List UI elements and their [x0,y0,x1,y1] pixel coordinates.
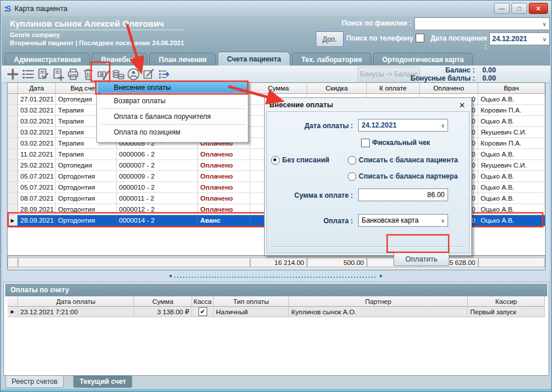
tab-tekh-laboratoriya[interactable]: Тех. лаборатория [292,53,371,66]
cell-status: Оплачено [198,160,250,171]
tab-ortodonticheskaya-karta[interactable]: Ортодонтическая карта [373,53,473,66]
column-header-paid[interactable]: Оплачено [420,83,478,94]
minimize-icon: — [499,6,505,12]
payment-date-select[interactable]: 24.12.2021 ∨ [358,119,448,132]
column-header-discount[interactable]: Скидка [307,83,367,94]
amount-input[interactable]: 86.00 [358,188,448,201]
cell-number: 0000011 - 2 [117,193,198,204]
positions-icon [157,67,171,81]
restore-button[interactable]: □ [511,3,527,14]
collapse-down-icon[interactable]: ▼ [168,274,173,279]
column-header-date[interactable]: Дата [18,83,56,94]
payments-column-header-amount[interactable]: Сумма [134,296,192,307]
patient-card-tabs: АдминистративнаяВрачебнаяПлан леченияСче… [2,52,550,66]
add-button[interactable] [5,67,20,82]
delete-button[interactable] [81,67,96,82]
footer-tab-reestr-schetov[interactable]: Реестр счетов [5,376,64,388]
cell-number: 0000014 - 2 [117,215,198,226]
partner-balance-radio[interactable] [348,172,356,181]
pay-button[interactable]: Оплатить [394,252,449,266]
payment-cell-kassa: ✔ [192,307,214,317]
tab-scheta-patsienta[interactable]: Счета пациента [218,52,290,66]
patient-balance-radio[interactable] [348,156,356,165]
cell-doctor: Оцько А.В. [478,171,545,182]
cell-sel [8,94,18,105]
payments-panel: Оплаты по счету Дата оплатыСуммаКассаТип… [3,282,549,376]
cell-doctor: Оцько А.В. [478,204,545,215]
add-icon [6,67,20,81]
payments-column-header-type[interactable]: Тип оплаты [214,296,289,307]
payment-cell-sel: ▶ [8,307,18,317]
tab-vrachebnaya[interactable]: Врачебная [92,53,147,66]
payment-date-value: 24.12.2021 [359,121,438,129]
menu-separator [100,108,246,109]
cell-status: Аванс [198,215,250,226]
footer-tab-tekushchiy-schet[interactable]: Текущий счет [73,376,132,388]
partner-balance-label: Списать с баланса партнера [359,172,458,180]
close-button[interactable]: × [529,3,548,14]
payment-type-select[interactable]: Банковская карта ∨ [358,214,448,227]
cell-doctor: Оцько А.В. [478,193,545,204]
tab-administrativnaya[interactable]: Административная [5,53,90,66]
cell-status: Оплачено [198,193,250,204]
kassa-checkbox[interactable]: ✔ [199,307,207,316]
payments-column-header-cashier[interactable]: Кассир [468,296,545,307]
cell-doctor: Коровин П.А. [478,105,545,116]
list-button[interactable] [20,67,35,82]
title-bar: :S Карта пациента — □ × [1,1,551,16]
invoice-add-button[interactable] [50,67,66,82]
payment-row[interactable]: ▶23.12.2021 7:21:003 138.00 ₽✔НаличныйКу… [4,307,549,317]
payments-column-header-sel[interactable] [8,296,18,307]
fiscal-check-checkbox[interactable] [361,139,370,147]
close-icon: ✕ [459,101,466,110]
column-header-doctor[interactable]: Врач [478,83,545,94]
search-phone-checkbox[interactable] [416,34,424,42]
tab-plan-lecheniya[interactable]: План лечения [149,53,216,66]
payment-icon [96,67,110,81]
cell-date: 27.01.2021 [18,94,56,105]
patient-balance-label: Списать с баланса пациента [359,156,458,164]
total-empty [18,257,250,267]
cell-type: Ортодонтия [56,204,117,215]
cell-sel [8,105,18,116]
app-logo-icon: :S [4,4,11,13]
no-writeoff-radio[interactable] [271,156,280,165]
payments-column-header-partner[interactable]: Партнер [289,296,468,307]
cell-type: Ортопедия [56,160,117,171]
payments-column-header-date[interactable]: Дата оплаты [18,296,134,307]
cell-date: 05.07.2021 [18,182,56,193]
collapse-down-icon[interactable]: ▼ [378,274,383,279]
chevron-down-icon[interactable]: ∨ [438,217,448,224]
edit-button[interactable] [141,67,156,82]
cell-doctor: Оцько А.В. [478,182,545,193]
invoice-check-button[interactable] [35,67,50,82]
coins-button[interactable] [111,67,126,82]
menu-item-2[interactable]: Возврат оплаты [98,95,247,107]
payment-button[interactable] [96,67,111,82]
column-header-to_pay[interactable]: К оплате [367,83,420,94]
visit-date-select[interactable]: 24.12.2021 ∨ [489,32,550,45]
column-header-sum[interactable]: Сумма [250,83,307,94]
cell-doctor: Оцько А.В. [478,215,545,226]
print-button[interactable] [66,67,81,82]
dialog-close-button[interactable]: ✕ [457,100,467,110]
window-bottom-edge [1,389,551,391]
column-header-sel[interactable] [8,83,18,94]
horizontal-splitter[interactable]: ▼ ▼ [168,275,383,280]
chevron-down-icon[interactable]: ∨ [438,122,448,129]
menu-item-1[interactable]: Внесение оплаты [98,82,247,93]
balance-value: 0.00 [482,66,496,74]
chevron-down-icon[interactable]: ∨ [540,21,549,27]
menu-item-4[interactable]: Оплата по позициям [98,126,247,139]
menu-item-3[interactable]: Оплата с баланса поручителя [98,110,247,123]
search-lastname-input[interactable]: ∨ [414,17,550,30]
total-sum: 16 214.00 [250,257,307,267]
positions-button[interactable] [156,67,171,82]
chevron-down-icon[interactable]: ∨ [540,36,549,42]
cell-doctor: Якушевич С.И. [478,160,545,171]
patient-info-button[interactable] [126,67,141,82]
payments-column-header-kassa[interactable]: Касса [192,296,214,307]
bottom-tab-bar: Реестр счетовТекущий счет [2,376,550,389]
amount-label: Сумма к оплате : [267,191,353,199]
minimize-button[interactable]: — [494,3,510,14]
